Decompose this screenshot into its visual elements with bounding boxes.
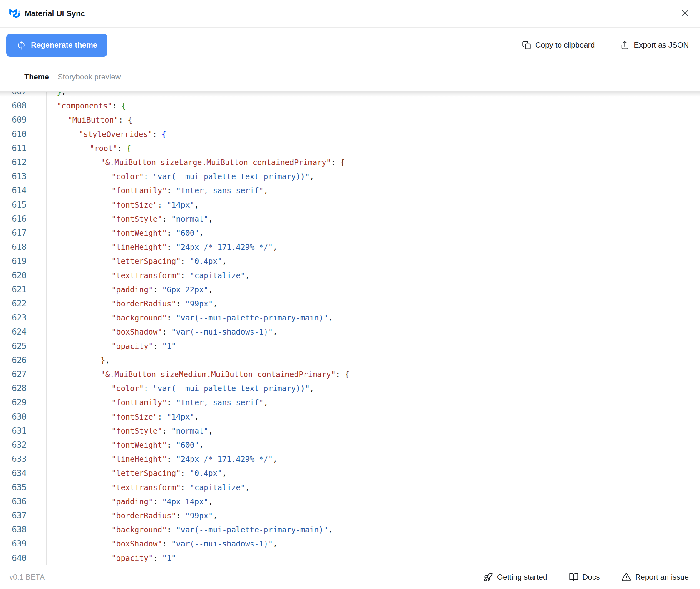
indent-guide	[46, 410, 46, 424]
indent-guide	[79, 395, 79, 410]
code-line[interactable]: 613"color": "var(--mui-palette-text-prim…	[0, 169, 700, 184]
titlebar: Material UI Sync	[0, 0, 700, 27]
code-line[interactable]: 627"&.MuiButton-sizeMedium.MuiButton-con…	[0, 367, 700, 381]
indent-guide	[68, 226, 68, 240]
indent-guide	[100, 325, 101, 339]
indent-guide	[57, 282, 57, 297]
line-number: 622	[0, 297, 27, 311]
code-line[interactable]: 630"fontSize": "14px",	[0, 410, 700, 424]
code-text: "root": {	[90, 141, 131, 155]
code-line[interactable]: 628"color": "var(--mui-palette-text-prim…	[0, 381, 700, 395]
code-line[interactable]: 616"fontStyle": "normal",	[0, 212, 700, 226]
code-line[interactable]: 622"borderRadius": "99px",	[0, 297, 700, 311]
indent-guide	[100, 424, 101, 438]
indent-guide	[100, 452, 101, 466]
indent-guide	[68, 537, 68, 551]
code-line[interactable]: 637"borderRadius": "99px",	[0, 509, 700, 523]
indent-guide	[57, 198, 57, 212]
code-line[interactable]: 624"boxShadow": "var(--mui-shadows-1)",	[0, 325, 700, 339]
line-number: 633	[0, 452, 27, 466]
indent-guide	[46, 339, 46, 353]
indent-guide	[68, 381, 68, 395]
code-line[interactable]: 619"letterSpacing": "0.4px",	[0, 254, 700, 268]
code-line[interactable]: 612"&.MuiButton-sizeLarge.MuiButton-cont…	[0, 155, 700, 169]
code-line[interactable]: 632"fontWeight": "600",	[0, 438, 700, 452]
export-as-json-label: Export as JSON	[634, 41, 689, 49]
indent-guide	[100, 410, 101, 424]
indent-guide	[68, 141, 68, 155]
report-an-issue-link[interactable]: Report an issue	[620, 572, 691, 582]
regenerate-theme-button[interactable]: Regenerate theme	[6, 34, 107, 56]
line-number: 627	[0, 367, 27, 381]
code-line[interactable]: 634"letterSpacing": "0.4px",	[0, 466, 700, 480]
indent-guide	[100, 254, 101, 268]
code-line[interactable]: 625"opacity": "1"	[0, 339, 700, 353]
indent-guide	[79, 254, 79, 268]
code-line[interactable]: 615"fontSize": "14px",	[0, 198, 700, 212]
code-line[interactable]: 618"lineHeight": "24px /* 171.429% */",	[0, 240, 700, 254]
indent-guide	[68, 424, 68, 438]
code-line[interactable]: 639"boxShadow": "var(--mui-shadows-1)",	[0, 537, 700, 551]
indent-guide	[57, 452, 57, 466]
code-editor[interactable]: 607},608"components": {609"MuiButton": {…	[0, 92, 700, 565]
indent-guide	[79, 226, 79, 240]
regenerate-theme-label: Regenerate theme	[31, 41, 97, 49]
code-line[interactable]: 623"background": "var(--mui-palette-prim…	[0, 311, 700, 325]
indent-guide	[46, 537, 46, 551]
code-line[interactable]: 611"root": {	[0, 141, 700, 155]
tab-storybook-preview[interactable]: Storybook preview	[58, 72, 121, 81]
indent-guide	[46, 452, 46, 466]
code-line[interactable]: 617"fontWeight": "600",	[0, 226, 700, 240]
indent-guide	[79, 438, 79, 452]
indent-guide	[68, 169, 68, 184]
indent-guide	[79, 155, 79, 169]
indent-guide	[90, 184, 90, 198]
code-line[interactable]: 640"opacity": "1"	[0, 551, 700, 565]
code-line[interactable]: 610"styleOverrides": {	[0, 127, 700, 141]
indent-guide	[57, 551, 57, 565]
indent-guide	[57, 367, 57, 381]
code-text: "styleOverrides": {	[79, 127, 166, 141]
code-line[interactable]: 608"components": {	[0, 99, 700, 113]
indent-guide	[90, 311, 90, 325]
code-line[interactable]: 636"padding": "4px 14px",	[0, 495, 700, 509]
code-line[interactable]: 629"fontFamily": "Inter, sans-serif",	[0, 395, 700, 410]
getting-started-link[interactable]: Getting started	[481, 572, 549, 582]
code-line[interactable]: 626},	[0, 353, 700, 367]
indent-guide	[57, 424, 57, 438]
indent-guide	[68, 184, 68, 198]
indent-guide	[68, 254, 68, 268]
indent-guide	[57, 381, 57, 395]
close-button[interactable]	[676, 4, 694, 22]
line-number: 639	[0, 537, 27, 551]
indent-guide	[79, 551, 79, 565]
indent-guide	[46, 198, 46, 212]
code-line[interactable]: 620"textTransform": "capitalize",	[0, 268, 700, 282]
app-title: Material UI Sync	[25, 9, 85, 18]
code-text: "boxShadow": "var(--mui-shadows-1)",	[111, 537, 277, 551]
code-text: "&.MuiButton-sizeLarge.MuiButton-contain…	[100, 155, 345, 169]
code-line[interactable]: 607},	[0, 92, 700, 99]
code-line[interactable]: 609"MuiButton": {	[0, 113, 700, 127]
tab-theme[interactable]: Theme	[24, 72, 49, 81]
code-line[interactable]: 621"padding": "6px 22px",	[0, 282, 700, 297]
indent-guide	[79, 480, 79, 495]
indent-guide	[100, 509, 101, 523]
indent-guide	[90, 226, 90, 240]
indent-guide	[46, 381, 46, 395]
code-text: "textTransform": "capitalize",	[111, 268, 250, 282]
docs-link[interactable]: Docs	[567, 572, 602, 582]
indent-guide	[46, 92, 46, 99]
code-line[interactable]: 631"fontStyle": "normal",	[0, 424, 700, 438]
copy-to-clipboard-button[interactable]: Copy to clipboard	[520, 40, 597, 50]
indent-guide	[100, 198, 101, 212]
line-number: 609	[0, 113, 27, 127]
code-line[interactable]: 635"textTransform": "capitalize",	[0, 480, 700, 495]
code-line[interactable]: 614"fontFamily": "Inter, sans-serif",	[0, 184, 700, 198]
indent-guide	[100, 282, 101, 297]
indent-guide	[100, 240, 101, 254]
line-number: 635	[0, 480, 27, 495]
code-line[interactable]: 633"lineHeight": "24px /* 171.429% */",	[0, 452, 700, 466]
export-as-json-button[interactable]: Export as JSON	[619, 40, 691, 50]
code-line[interactable]: 638"background": "var(--mui-palette-prim…	[0, 523, 700, 537]
